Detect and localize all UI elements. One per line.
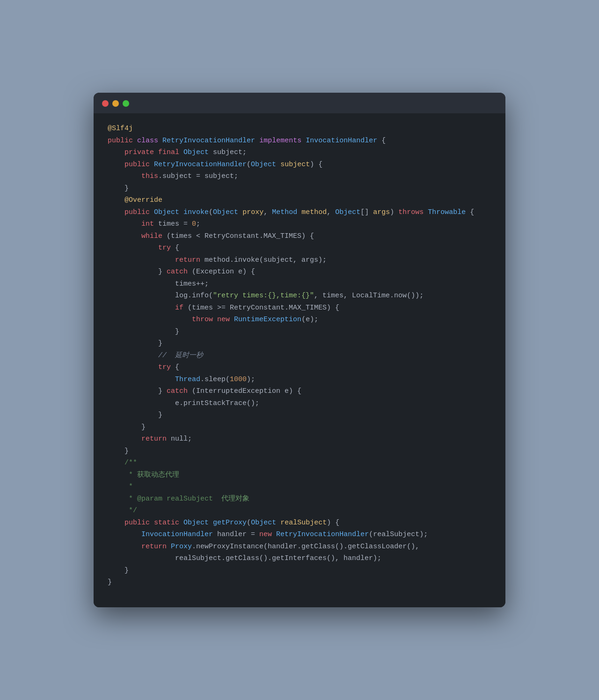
code-line: * @param realSubject 代理对象 [108, 493, 491, 505]
code-line: return method.invoke(subject, args); [108, 254, 491, 266]
code-line: } [108, 326, 491, 338]
code-line: } [108, 338, 491, 350]
code-line: if (times >= RetryConstant.MAX_TIMES) { [108, 302, 491, 314]
code-line: public Object invoke(Object proxy, Metho… [108, 206, 491, 219]
maximize-button[interactable] [123, 100, 129, 107]
code-line: int times = 0; [108, 218, 491, 230]
code-line: } [108, 445, 491, 457]
code-line: Thread.sleep(1000); [108, 374, 491, 386]
code-line: throw new RuntimeException(e); [108, 314, 491, 326]
code-line: try { [108, 361, 491, 374]
code-line: } [108, 576, 491, 589]
code-line: } [108, 565, 491, 577]
code-line: } [108, 409, 491, 421]
code-line: while (times < RetryConstant.MAX_TIMES) … [108, 230, 491, 243]
code-line: } [108, 183, 491, 195]
code-line: @Slf4j [108, 123, 491, 135]
code-line: */ [108, 505, 491, 517]
code-line: } catch (InterruptedException e) { [108, 385, 491, 398]
code-line: this.subject = subject; [108, 170, 491, 183]
code-line: times++; [108, 278, 491, 290]
code-line: } [108, 421, 491, 434]
code-line: // 延时一秒 [108, 350, 491, 362]
code-line: } catch (Exception e) { [108, 266, 491, 278]
code-line: /** [108, 457, 491, 469]
code-line: log.info("retry times:{},time:{}", times… [108, 290, 491, 302]
titlebar [94, 93, 505, 113]
code-line: private final Object subject; [108, 147, 491, 159]
minimize-button[interactable] [112, 100, 119, 107]
code-line: realSubject.getClass().getInterfaces(), … [108, 553, 491, 565]
code-window: @Slf4j public class RetryInvocationHandl… [94, 93, 505, 607]
code-line: public class RetryInvocationHandler impl… [108, 135, 491, 147]
code-line: * 获取动态代理 [108, 469, 491, 481]
code-line: return null; [108, 433, 491, 445]
code-line: public RetryInvocationHandler(Object sub… [108, 159, 491, 171]
close-button[interactable] [102, 100, 109, 107]
code-line: public static Object getProxy(Object rea… [108, 517, 491, 529]
code-line: return Proxy.newProxyInstance(handler.ge… [108, 541, 491, 553]
code-line: @Override [108, 194, 491, 206]
code-line: e.printStackTrace(); [108, 398, 491, 410]
code-line: InvocationHandler handler = new RetryInv… [108, 529, 491, 541]
code-line: try { [108, 242, 491, 254]
code-editor: @Slf4j public class RetryInvocationHandl… [94, 113, 505, 607]
code-line: * [108, 481, 491, 493]
